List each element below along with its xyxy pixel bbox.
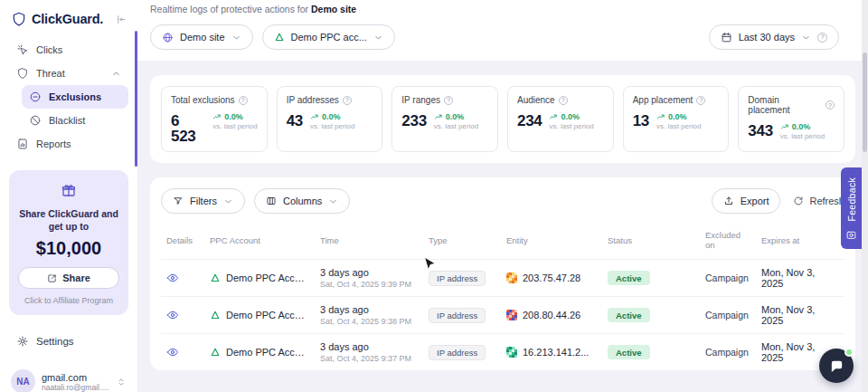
app-root: ClickGuard. Clicks Threat Exclusions Bla… — [0, 0, 868, 392]
clicks-icon — [16, 43, 29, 56]
sidebar: ClickGuard. Clicks Threat Exclusions Bla… — [0, 0, 137, 392]
help-icon[interactable]: ? — [817, 33, 827, 43]
view-details-button[interactable] — [166, 346, 179, 359]
info-icon[interactable]: ? — [559, 96, 568, 105]
trend-up-icon — [549, 112, 558, 121]
user-email: naatali.ro@gmail.com — [42, 383, 109, 392]
column-header: Time — [315, 223, 423, 260]
settings-label: Settings — [36, 336, 74, 347]
view-details-button[interactable] — [166, 309, 179, 321]
date-range-dropdown[interactable]: Last 30 days ? — [709, 24, 839, 50]
export-button[interactable]: Export — [712, 188, 781, 214]
scrollbar-thumb[interactable] — [863, 53, 867, 152]
entity-icon — [506, 272, 517, 283]
info-icon[interactable]: ? — [343, 96, 352, 105]
gear-icon — [16, 335, 29, 348]
chat-icon — [829, 359, 844, 374]
stat-card: Audience ? 234 0.0% vs. last period — [507, 86, 614, 152]
column-header: PPC Account — [204, 223, 315, 260]
main-area: Realtime logs of protective actions for … — [137, 0, 868, 392]
chevron-down-icon — [328, 196, 338, 206]
feedback-tab[interactable]: Feedback — [841, 167, 862, 249]
sidebar-item-label: Clicks — [36, 44, 62, 55]
columns-button[interactable]: Columns — [254, 188, 350, 214]
ppc-account-icon — [210, 310, 221, 320]
sidebar-item-label: Reports — [36, 139, 71, 149]
share-icon — [47, 273, 57, 283]
chevron-down-icon — [373, 33, 383, 43]
stat-label: Total exclusions — [171, 95, 235, 105]
sidebar-item-blacklist[interactable]: Blacklist — [22, 109, 128, 132]
stat-label: Audience — [517, 95, 555, 105]
chat-messenger-button[interactable] — [819, 349, 854, 383]
sidebar-item-reports[interactable]: Reports — [9, 132, 128, 156]
time-absolute: Sat, Oct 4, 2025 9:39 PM — [320, 280, 418, 289]
affiliate-program-link[interactable]: Click to Affiliate Program — [18, 296, 119, 305]
subtitle-site-name: Demo site — [311, 4, 356, 14]
share-button[interactable]: Share — [18, 267, 119, 289]
table-row[interactable]: Demo PPC Account 3 days ago Sat, Oct 4, … — [161, 260, 844, 297]
trend-up-icon — [212, 112, 222, 121]
stats-row: Total exclusions ? 6 523 0.0% vs. last p… — [161, 86, 844, 152]
stat-label: App placement — [633, 95, 693, 105]
expires-at-value: Mon, Nov 3, 2025 — [756, 297, 844, 334]
stat-change: 0.0% — [668, 112, 687, 121]
stat-card: App placement ? 13 0.0% vs. last period — [623, 86, 730, 152]
topbar: Realtime logs of protective actions for … — [137, 0, 868, 61]
user-account-menu[interactable]: NA gmail.com naatali.ro@gmail.com — [9, 368, 128, 392]
stat-value: 234 — [517, 113, 542, 129]
site-filter-dropdown[interactable]: Demo site — [150, 24, 253, 50]
stat-card: Domain placement ? 343 0.0% vs. last per… — [738, 86, 844, 152]
exclusions-table-panel: Filters Columns Export — [150, 177, 855, 370]
sidebar-collapse-button[interactable] — [115, 14, 127, 25]
sidebar-item-threat[interactable]: Threat — [9, 62, 128, 85]
ppc-account-name: Demo PPC Account — [226, 272, 309, 283]
stat-change: 0.0% — [792, 122, 811, 131]
info-icon[interactable]: ? — [696, 96, 705, 105]
affiliate-promo-card: Share ClickGuard and get up to $10,000 S… — [9, 170, 128, 315]
expires-at-value: Mon, Nov 3, 2025 — [756, 260, 844, 297]
sidebar-item-settings[interactable]: Settings — [9, 328, 128, 355]
sidebar-scrollbar[interactable] — [135, 31, 137, 167]
time-relative: 3 days ago — [320, 304, 418, 315]
sidebar-item-label: Exclusions — [49, 91, 101, 102]
filters-button[interactable]: Filters — [161, 188, 245, 214]
sidebar-item-clicks[interactable]: Clicks — [9, 38, 128, 62]
stat-period-label: vs. last period — [549, 122, 593, 130]
columns-icon — [266, 196, 277, 206]
refresh-icon — [793, 196, 804, 206]
sidebar-item-label: Blacklist — [49, 115, 85, 126]
info-icon[interactable]: ? — [826, 100, 835, 110]
stat-card: IP ranges ? 233 0.0% vs. last period — [392, 86, 498, 152]
table-body: Demo PPC Account 3 days ago Sat, Oct 4, … — [161, 260, 844, 371]
content-area: Total exclusions ? 6 523 0.0% vs. last p… — [137, 61, 868, 392]
info-icon[interactable]: ? — [444, 96, 453, 105]
brand-name: ClickGuard. — [32, 12, 110, 26]
stat-value: 233 — [401, 113, 426, 129]
stat-value: 13 — [633, 113, 649, 129]
shield-icon — [16, 67, 29, 80]
sidebar-nav: Clicks Threat Exclusions Blacklist Repor… — [9, 38, 128, 156]
clickguard-logo-icon — [11, 11, 27, 27]
table-row[interactable]: Demo PPC Account 3 days ago Sat, Oct 4, … — [161, 334, 844, 371]
page-scrollbar[interactable] — [862, 0, 868, 392]
trend-up-icon — [434, 112, 443, 121]
table-row[interactable]: Demo PPC Account 3 days ago Sat, Oct 4, … — [161, 297, 844, 334]
info-icon[interactable]: ? — [239, 96, 248, 105]
global-filters-row: Demo site Demo PPC acc... Last 30 days ? — [150, 24, 855, 61]
type-badge: IP address — [429, 308, 486, 323]
refresh-button[interactable]: Refresh — [793, 196, 844, 206]
sidebar-item-exclusions[interactable]: Exclusions — [22, 85, 128, 109]
time-absolute: Sat, Oct 4, 2025 9:37 PM — [320, 354, 418, 363]
entity-value: 203.75.47.28 — [523, 272, 580, 283]
stats-panel: Total exclusions ? 6 523 0.0% vs. last p… — [150, 75, 855, 163]
ppc-account-name: Demo PPC Account — [226, 347, 309, 358]
entity-icon — [506, 310, 517, 320]
view-details-button[interactable] — [166, 272, 179, 284]
stat-period-label: vs. last period — [780, 132, 825, 140]
stat-period-label: vs. last period — [656, 122, 701, 130]
ppc-account-filter-dropdown[interactable]: Demo PPC acc... — [262, 24, 395, 50]
stat-value: 43 — [287, 113, 303, 129]
time-relative: 3 days ago — [320, 341, 418, 352]
avatar: NA — [11, 369, 35, 392]
